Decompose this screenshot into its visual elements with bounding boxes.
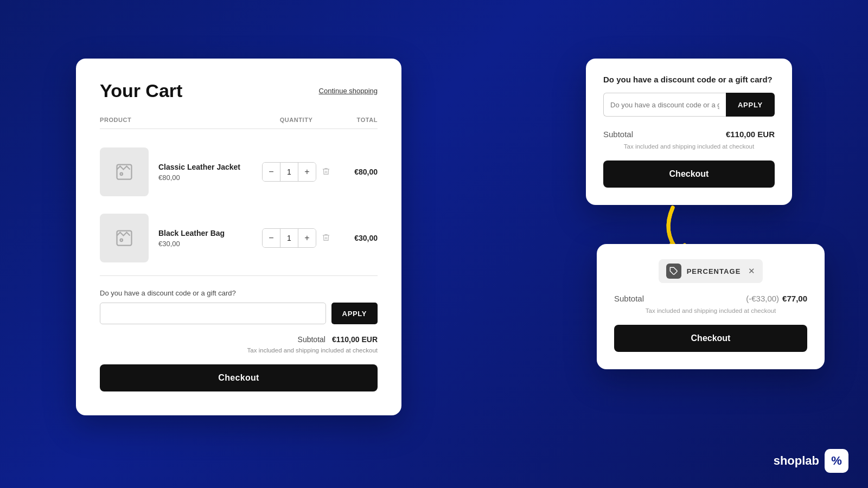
dc-subtotal-amount: €110,00 EUR bbox=[726, 130, 775, 139]
cart-item: Classic Leather Jacket €80,00 − + €80,00 bbox=[100, 139, 378, 205]
cart-card: Your Cart Continue shopping PRODUCT QUAN… bbox=[76, 59, 401, 415]
product-image-1 bbox=[100, 147, 149, 196]
product-info-2: Black Leather Bag €30,00 bbox=[158, 229, 258, 248]
cart-tax-note: Tax included and shipping included at ch… bbox=[100, 347, 378, 354]
applied-tax-note: Tax included and shipping included at ch… bbox=[614, 307, 807, 314]
delete-item-1[interactable] bbox=[322, 167, 330, 177]
col-total-header: TOTAL bbox=[334, 117, 378, 123]
discount-modal-card: Do you have a discount code or a gift ca… bbox=[586, 59, 792, 205]
quantity-control-2: − + bbox=[258, 228, 334, 248]
qty-increase-2[interactable]: + bbox=[298, 229, 316, 247]
product-price-2: €30,00 bbox=[158, 240, 258, 248]
discount-card-title: Do you have a discount code or a gift ca… bbox=[603, 75, 775, 84]
applied-subtotal-row: Subtotal (-€33,00)€77,00 bbox=[614, 294, 807, 303]
dc-tax-note: Tax included and shipping included at ch… bbox=[603, 143, 775, 150]
branding-name: shoplab bbox=[774, 454, 819, 468]
delete-item-2[interactable] bbox=[322, 233, 330, 243]
cart-discount-input[interactable] bbox=[100, 303, 326, 324]
dc-subtotal-label: Subtotal bbox=[603, 130, 633, 139]
item-total-1: €80,00 bbox=[334, 168, 378, 176]
applied-checkout-button[interactable]: Checkout bbox=[614, 325, 807, 352]
svg-point-3 bbox=[120, 239, 123, 242]
dc-checkout-button[interactable]: Checkout bbox=[603, 160, 775, 188]
svg-point-1 bbox=[120, 173, 123, 176]
dc-input-row: APPLY bbox=[603, 93, 775, 117]
tag-icon bbox=[666, 264, 681, 279]
discount-badge: PERCENTAGE ✕ bbox=[659, 259, 763, 283]
qty-box-1: − + bbox=[262, 162, 316, 182]
cart-divider bbox=[100, 275, 378, 276]
product-price-1: €80,00 bbox=[158, 174, 258, 182]
cart-checkout-button[interactable]: Checkout bbox=[100, 364, 378, 391]
product-image-2 bbox=[100, 214, 149, 262]
cart-subtotal-row: Subtotal €110,00 EUR bbox=[100, 335, 378, 344]
qty-increase-1[interactable]: + bbox=[298, 163, 316, 181]
qty-decrease-2[interactable]: − bbox=[263, 229, 280, 247]
cart-subtotal-label: Subtotal bbox=[298, 335, 326, 344]
qty-decrease-1[interactable]: − bbox=[263, 163, 280, 181]
col-product-header: PRODUCT bbox=[100, 117, 258, 123]
discount-row: APPLY bbox=[100, 303, 378, 324]
col-quantity-header: QUANTITY bbox=[258, 117, 334, 123]
applied-discount-card: PERCENTAGE ✕ Subtotal (-€33,00)€77,00 Ta… bbox=[597, 244, 825, 369]
item-total-2: €30,00 bbox=[334, 234, 378, 242]
product-info-1: Classic Leather Jacket €80,00 bbox=[158, 163, 258, 182]
final-amount: €77,00 bbox=[782, 294, 807, 303]
cart-subtotal-amount: €110,00 EUR bbox=[332, 335, 378, 344]
cart-item-2: Black Leather Bag €30,00 − + €30,00 bbox=[100, 205, 378, 271]
product-name-1: Classic Leather Jacket bbox=[158, 163, 258, 171]
dc-discount-input[interactable] bbox=[603, 93, 726, 117]
discount-section: Do you have a discount code or a gift ca… bbox=[100, 289, 378, 324]
cart-apply-button[interactable]: APPLY bbox=[331, 303, 378, 324]
quantity-control-1: − + bbox=[258, 162, 334, 182]
product-name-2: Black Leather Bag bbox=[158, 229, 258, 237]
branding-icon: % bbox=[825, 449, 848, 473]
discount-amount: (-€33,00) bbox=[746, 294, 779, 303]
continue-shopping-link[interactable]: Continue shopping bbox=[319, 87, 378, 95]
discount-label: Do you have a discount code or a gift ca… bbox=[100, 289, 378, 297]
qty-box-2: − + bbox=[262, 228, 316, 248]
qty-input-1[interactable] bbox=[280, 163, 298, 181]
dc-subtotal-row: Subtotal €110,00 EUR bbox=[603, 130, 775, 139]
qty-input-2[interactable] bbox=[280, 229, 298, 247]
applied-subtotal-label: Subtotal bbox=[614, 294, 644, 303]
badge-label: PERCENTAGE bbox=[687, 267, 741, 275]
badge-close-button[interactable]: ✕ bbox=[748, 266, 755, 276]
applied-subtotal-amount: (-€33,00)€77,00 bbox=[746, 294, 807, 303]
dc-apply-button[interactable]: APPLY bbox=[726, 93, 775, 117]
branding: shoplab % bbox=[774, 449, 848, 473]
cart-header: PRODUCT QUANTITY TOTAL bbox=[100, 117, 378, 129]
